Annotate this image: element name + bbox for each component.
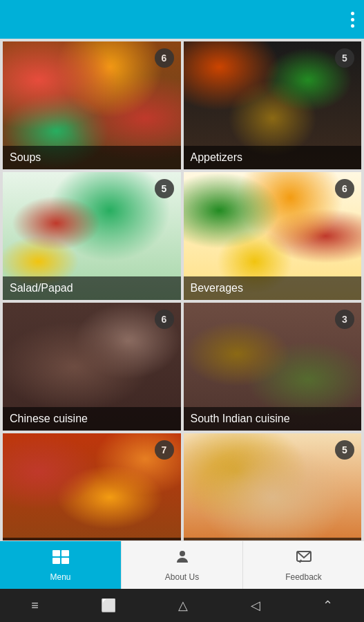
badge-soups: 6	[155, 48, 174, 68]
badge-south-indian: 3	[335, 310, 354, 329]
system-icon-home[interactable]: △	[178, 598, 188, 613]
nav-icon-feedback	[296, 549, 312, 569]
badge-salad: 5	[155, 179, 174, 198]
badge-bread: 5	[335, 440, 354, 460]
more-options-icon[interactable]	[351, 12, 354, 28]
svg-line-6	[300, 560, 301, 563]
label-beverages: Beverages	[184, 276, 362, 300]
category-item-bread[interactable]: 5Indian Bread	[184, 433, 362, 540]
label-salad: Salad/Papad	[3, 276, 181, 300]
category-item-beverages[interactable]: 6Beverages	[184, 172, 362, 300]
system-icon-hamburger[interactable]: ≡	[31, 599, 39, 613]
svg-point-4	[180, 551, 185, 556]
svg-rect-0	[52, 550, 60, 556]
category-item-appetizers[interactable]: 5Appetizers	[184, 41, 362, 169]
badge-appetizers: 5	[335, 48, 354, 68]
app-header	[0, 0, 364, 39]
nav-item-menu[interactable]: Menu	[0, 541, 122, 589]
category-image-punjabi	[3, 433, 181, 540]
badge-chinese: 6	[155, 310, 174, 329]
nav-label-about: About Us	[165, 572, 199, 582]
category-item-soups[interactable]: 6Soups	[3, 41, 181, 169]
system-icon-up[interactable]: ⌃	[323, 598, 333, 613]
label-soups: Soups	[3, 146, 181, 169]
svg-rect-3	[61, 558, 69, 564]
nav-item-about[interactable]: About Us	[122, 541, 243, 589]
category-item-chinese[interactable]: 6Chinese cuisine	[3, 303, 181, 431]
system-icon-back[interactable]: ◁	[251, 598, 260, 613]
nav-label-feedback: Feedback	[285, 572, 322, 582]
svg-rect-2	[52, 558, 60, 564]
category-item-punjabi[interactable]: 7Punjabi cuisine	[3, 433, 181, 540]
system-icon-square[interactable]: ⬜	[101, 598, 116, 613]
nav-item-feedback[interactable]: Feedback	[243, 541, 364, 589]
category-item-salad[interactable]: 5Salad/Papad	[3, 172, 181, 300]
label-south-indian: South Indian cuisine	[184, 407, 362, 431]
nav-icon-about	[174, 549, 191, 569]
svg-rect-1	[61, 550, 69, 556]
label-appetizers: Appetizers	[184, 146, 362, 169]
system-bar: ≡⬜△◁⌃	[0, 589, 364, 622]
bottom-navigation: MenuAbout UsFeedback	[0, 540, 364, 589]
badge-punjabi: 7	[155, 440, 174, 460]
badge-beverages: 6	[335, 179, 354, 198]
category-item-south-indian[interactable]: 3South Indian cuisine	[184, 303, 362, 431]
label-chinese: Chinese cuisine	[3, 407, 181, 431]
nav-icon-menu	[51, 549, 70, 569]
nav-label-menu: Menu	[50, 572, 70, 582]
food-category-grid: 6Soups5Appetizers5Salad/Papad6Beverages6…	[0, 39, 364, 540]
